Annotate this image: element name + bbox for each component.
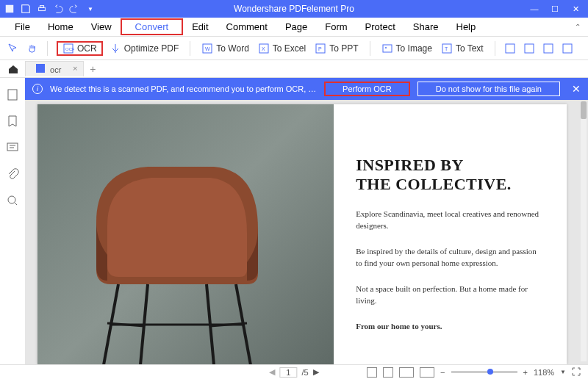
view-continuous-icon[interactable] xyxy=(383,367,393,378)
tab-close-icon[interactable]: × xyxy=(73,64,77,73)
info-icon: i xyxy=(32,84,43,94)
bookmarks-icon[interactable] xyxy=(6,115,19,128)
window-title: Wondershare PDFelement Pro xyxy=(234,4,354,14)
to-text-label: To Text xyxy=(456,43,484,54)
zoom-in-icon[interactable]: + xyxy=(523,368,528,377)
page-image xyxy=(37,104,334,364)
view-facing-icon[interactable] xyxy=(399,367,414,378)
svg-rect-20 xyxy=(8,90,17,100)
convert-toolbar: OCR OCR Optimize PDF WTo Word XTo Excel … xyxy=(0,37,588,60)
thumbnails-icon[interactable] xyxy=(6,88,19,101)
menu-form[interactable]: Form xyxy=(316,18,356,35)
document-viewport: i We detect this is a scanned PDF, and r… xyxy=(25,78,588,364)
banner-message: We detect this is a scanned PDF, and rec… xyxy=(50,84,317,93)
prev-page-icon[interactable]: ◀ xyxy=(269,367,275,377)
ppt-icon: P xyxy=(315,43,326,54)
view-single-icon[interactable] xyxy=(367,367,377,378)
document-tab[interactable]: ocr × xyxy=(25,61,84,76)
to-word-label: To Word xyxy=(216,43,248,54)
ocr-button[interactable]: OCR OCR xyxy=(57,41,103,56)
next-page-icon[interactable]: ▶ xyxy=(313,367,319,377)
to-image-button[interactable]: To Image xyxy=(379,41,434,56)
menu-edit[interactable]: Edit xyxy=(183,18,217,35)
zoom-slider[interactable] xyxy=(451,371,517,373)
pdf-icon xyxy=(36,64,45,73)
vertical-scrollbar[interactable] xyxy=(581,101,587,361)
close-icon[interactable]: ✕ xyxy=(570,4,581,14)
save-icon[interactable] xyxy=(21,4,31,14)
menu-protect[interactable]: Protect xyxy=(356,18,404,35)
more-convert-icon-4[interactable] xyxy=(562,43,573,54)
svg-rect-11 xyxy=(383,45,392,52)
minimize-icon[interactable]: — xyxy=(529,4,539,14)
home-icon[interactable] xyxy=(7,63,19,75)
perform-ocr-button[interactable]: Perform OCR xyxy=(324,82,410,96)
zoom-value[interactable]: 118% xyxy=(534,368,554,377)
menu-comment[interactable]: Comment xyxy=(218,18,276,35)
ocr-banner: i We detect this is a scanned PDF, and r… xyxy=(25,78,588,100)
menu-file[interactable]: File xyxy=(6,18,39,35)
dismiss-banner-button[interactable]: Do not show for this file again xyxy=(417,82,560,96)
dropdown-icon[interactable]: ▼ xyxy=(85,4,96,14)
redo-icon[interactable] xyxy=(69,4,79,14)
more-convert-icon-3[interactable] xyxy=(542,43,554,54)
add-tab-icon[interactable]: + xyxy=(90,63,96,75)
to-image-label: To Image xyxy=(396,43,432,54)
zoom-out-icon[interactable]: − xyxy=(440,368,445,377)
more-convert-icon-1[interactable] xyxy=(504,43,516,54)
collapse-ribbon-icon[interactable]: ⌃ xyxy=(575,23,581,31)
menu-home[interactable]: Home xyxy=(39,18,82,35)
svg-rect-15 xyxy=(506,44,514,53)
menu-share[interactable]: Share xyxy=(404,18,448,35)
comments-icon[interactable] xyxy=(6,141,19,154)
text-icon: T xyxy=(441,43,453,54)
menu-convert[interactable]: Convert xyxy=(121,18,184,35)
menu-page[interactable]: Page xyxy=(276,18,316,35)
attachments-icon[interactable] xyxy=(6,167,19,181)
zoom-dropdown-icon[interactable]: ▼ xyxy=(560,369,566,375)
close-banner-icon[interactable]: ✕ xyxy=(567,83,581,95)
page-current[interactable]: 1 xyxy=(279,367,297,378)
print-icon[interactable] xyxy=(37,4,47,14)
select-arrow-icon[interactable] xyxy=(7,43,19,54)
menu-help[interactable]: Help xyxy=(448,18,485,35)
optimize-button[interactable]: Optimize PDF xyxy=(107,41,182,56)
chair-illustration xyxy=(67,134,287,364)
status-bar: ◀ 1 /5 ▶ − + 118% ▼ xyxy=(0,364,588,379)
maximize-icon[interactable]: ☐ xyxy=(550,4,560,14)
paragraph-2: Be inspired by the details of culture, d… xyxy=(356,245,545,270)
svg-text:OCR: OCR xyxy=(65,47,74,51)
optimize-label: Optimize PDF xyxy=(124,43,179,54)
heading-line-2: THE COLLECTIVE. xyxy=(356,175,545,194)
page-text: INSPIRED BY THE COLLECTIVE. Explore Scan… xyxy=(334,104,567,364)
to-excel-button[interactable]: XTo Excel xyxy=(256,41,308,56)
search-panel-icon[interactable] xyxy=(6,194,19,207)
svg-rect-1 xyxy=(39,7,46,10)
zoom-slider-thumb[interactable] xyxy=(487,369,493,375)
svg-rect-17 xyxy=(544,44,553,53)
svg-rect-18 xyxy=(563,44,572,53)
hand-tool-icon[interactable] xyxy=(26,43,38,54)
scrollbar-thumb[interactable] xyxy=(581,101,587,119)
view-facing-continuous-icon[interactable] xyxy=(420,367,434,378)
to-ppt-button[interactable]: PTo PPT xyxy=(312,41,360,56)
to-word-button[interactable]: WTo Word xyxy=(199,41,251,56)
optimize-icon xyxy=(110,43,121,54)
page-total: /5 xyxy=(301,368,308,377)
svg-rect-16 xyxy=(525,44,534,53)
document-tabs: ocr × + xyxy=(0,60,588,78)
svg-text:W: W xyxy=(205,46,210,51)
svg-point-12 xyxy=(385,47,387,48)
heading-line-1: INSPIRED BY xyxy=(356,156,545,175)
fullscreen-icon[interactable] xyxy=(572,367,581,378)
menu-view[interactable]: View xyxy=(82,18,121,35)
svg-text:X: X xyxy=(262,46,265,51)
svg-rect-19 xyxy=(36,64,45,73)
to-text-button[interactable]: TTo Text xyxy=(439,41,486,56)
left-sidebar xyxy=(0,78,25,364)
undo-icon[interactable] xyxy=(53,4,63,14)
more-convert-icon-2[interactable] xyxy=(523,43,535,54)
svg-rect-0 xyxy=(6,5,14,13)
ocr-icon: OCR xyxy=(62,43,74,54)
ocr-label: OCR xyxy=(77,43,97,54)
